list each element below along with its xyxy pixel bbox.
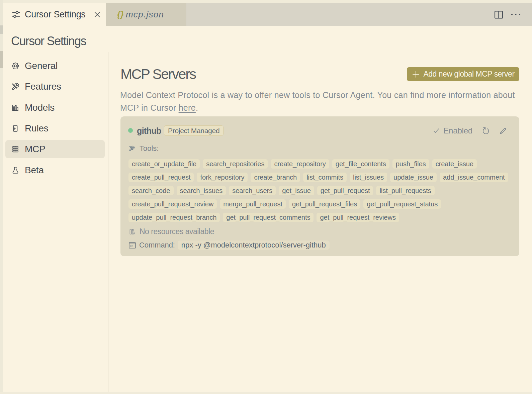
svg-text:C:\: C:\ <box>130 244 133 247</box>
